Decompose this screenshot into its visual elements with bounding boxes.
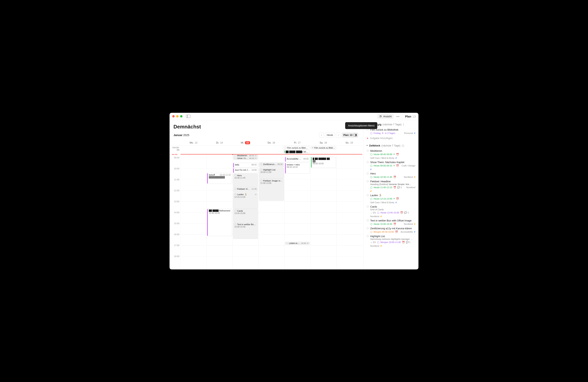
task-checkbox[interactable]	[234, 193, 236, 195]
hour-label: 11:00	[174, 178, 179, 181]
hour-label: 17:00	[174, 244, 179, 247]
task-item[interactable]: CardsGrid of Cards⌄ 0/1▢Heute 13:45-15:0…	[366, 204, 416, 218]
prev-week-button[interactable]: ‹	[319, 133, 324, 138]
task-title: Cards	[370, 205, 415, 208]
day-column-so[interactable]	[336, 154, 362, 269]
day-header-di[interactable]: Di. 14	[206, 141, 232, 144]
calendar-event[interactable]: ██ ████ Refinement13:30-16:00	[207, 209, 232, 236]
allday-event[interactable]: ██ ████ ████s bir…	[283, 150, 310, 153]
zoom-window[interactable]	[180, 115, 183, 117]
task-checkbox[interactable]	[367, 206, 369, 208]
calendar-event[interactable]: Cards13:45-15:00	[233, 209, 258, 223]
tag-hash-icon[interactable]: #	[414, 231, 415, 233]
calendar-event[interactable]: Meditieren08:45⟳	[233, 154, 258, 157]
task-checkbox[interactable]	[367, 161, 369, 163]
calendar-event[interactable]: review + retro09:32-10:32	[285, 163, 310, 174]
calendar-event[interactable]: kickoff10:15-11:15███████████	[207, 173, 232, 184]
task-checkbox[interactable]	[234, 210, 236, 212]
task-checkbox[interactable]	[234, 223, 236, 225]
task-item[interactable]: Highlight ListSammlung mehrere Highlight…	[366, 234, 416, 248]
section-header-timeblock[interactable]: Zeitblock (nächste 7 Tage) 11	[366, 144, 416, 147]
day-header-so[interactable]: So. 19	[336, 141, 362, 144]
task-checkbox[interactable]	[260, 180, 262, 182]
task-checkbox[interactable]	[284, 147, 286, 149]
plan-count-pill[interactable]: Plan: 13	[342, 133, 358, 138]
task-tag: Nordkind	[404, 223, 413, 225]
day-column-di[interactable]: kickoff10:15-11:15█████████████ ████ Ref…	[206, 154, 232, 269]
more-menu-button[interactable]: •••	[395, 114, 401, 119]
hour-label: 14:00	[174, 211, 179, 214]
event-title: Zertifizierung…	[263, 163, 276, 165]
calendar-event[interactable]: Text in weißer Box with Offset Image15:0…	[233, 222, 258, 239]
task-checkbox[interactable]	[367, 150, 369, 152]
task-item[interactable]: Zertifizierung a11y mit Karuna klären▢Mo…	[366, 226, 416, 234]
tag-hash-icon[interactable]: #	[380, 215, 382, 218]
calendar-event[interactable]: Zeiten eint…16:45⟳	[285, 242, 310, 245]
calendar-event[interactable]: Laufen 🏃⟳12:15-13:45	[233, 192, 258, 209]
day-header-mi[interactable]: Mi. 15	[232, 141, 258, 144]
task-item[interactable]: Hero▢Heute 10:30-11:45⏰Nordkind#	[366, 171, 416, 179]
task-item[interactable]: Laufen 🏃▢Heute 12:15-13:45⟳⏰Self Care / …	[366, 193, 416, 204]
task-checkbox[interactable]	[260, 169, 262, 171]
today-button[interactable]: Heute	[325, 133, 335, 138]
day-header-do[interactable]: Do. 16	[258, 141, 284, 144]
day-header-mo[interactable]: Mo. 13	[181, 141, 206, 144]
day-header-sa[interactable]: Sa. 18	[310, 141, 336, 144]
task-checkbox[interactable]	[234, 158, 236, 159]
day-column-do[interactable]: Zertifizierung…09:30Highlight List10:00-…	[258, 154, 284, 269]
calendar-event[interactable]: █ ██ █████ ████09:00-10:00	[311, 157, 336, 168]
task-item[interactable]: Text in weißer Box with Offset Image▢Heu…	[366, 218, 416, 226]
calendar-event[interactable]: Show The…09:00⟳	[233, 157, 258, 160]
tag-hash-icon[interactable]: #	[414, 223, 415, 225]
minimize-window[interactable]	[176, 115, 179, 117]
calendar-icon: ▢	[370, 164, 372, 167]
task-item[interactable]: Show Them: Nächstes Kapitel▢Heute 09:00-…	[366, 160, 416, 171]
next-week-button[interactable]: ›	[336, 133, 341, 138]
calendar-event[interactable]: Hero10:30-11:45	[233, 173, 258, 187]
day-column-mi[interactable]: Meditieren08:45⟳Show The…09:00⟳daily09:3…	[232, 154, 258, 269]
add-task-button[interactable]: + Aufgabe hinzufügen	[366, 135, 416, 141]
task-checkbox[interactable]	[367, 219, 369, 221]
allday-row: Ganztä- gig Film zurück zu Bibli… ██ ███…	[171, 146, 362, 154]
tag-hash-icon[interactable]: #	[414, 132, 415, 134]
svg-point-5	[380, 117, 380, 117]
day-column-mo[interactable]	[181, 154, 206, 269]
task-checkbox[interactable]	[367, 194, 369, 196]
event-time: 10:00	[252, 169, 256, 171]
allday-event[interactable]: Film zurück zu Bibli…	[283, 146, 310, 150]
task-checkbox[interactable]	[367, 180, 369, 182]
tag-hash-icon[interactable]: #	[370, 168, 371, 171]
task-checkbox[interactable]	[234, 174, 236, 176]
task-checkbox[interactable]	[367, 235, 369, 237]
calendar-event[interactable]: Fieldset: Head…11:45	[233, 187, 258, 192]
calendar-event[interactable]: Accessibility Cl…09:00	[285, 157, 310, 162]
task-checkbox[interactable]	[367, 172, 369, 174]
calendar-event[interactable]: Fieldset: Image or Slideshow11:00-13:00	[259, 179, 284, 201]
close-window[interactable]	[172, 115, 175, 117]
day-column-fr[interactable]: Accessibility Cl…09:00review + retro09:3…	[284, 154, 310, 269]
task-checkbox[interactable]	[286, 243, 288, 244]
calendar-event[interactable]: Highlight List10:00-11:00	[259, 168, 284, 179]
task-checkbox[interactable]	[367, 227, 369, 229]
tag-hash-icon[interactable]: #	[396, 157, 397, 159]
repeat-icon: ⟳	[255, 193, 256, 196]
tag-hash-icon[interactable]: #	[380, 245, 382, 247]
task-title: Laufen 🏃	[370, 194, 415, 197]
calendar-event[interactable]: Jour Fix mit Jo…10:00	[233, 168, 258, 173]
allday-event-recurring[interactable]: ⟳ Film zurück zu Bibli…	[311, 146, 336, 150]
task-checkbox[interactable]	[234, 155, 236, 156]
tag-hash-icon[interactable]: #	[370, 190, 371, 192]
task-item[interactable]: Fieldset: HeadlineHeading [Subline] Vari…	[366, 179, 416, 193]
day-header-fr[interactable]: Fr. 17	[284, 141, 310, 144]
calendar-event[interactable]: daily09:32	[233, 163, 258, 168]
tag-hash-icon[interactable]: #	[396, 201, 397, 204]
sidebar-toggle-icon[interactable]	[186, 115, 190, 118]
task-item[interactable]: Meditieren▢Heute 08:45-09:00⟳⏰Self Care …	[366, 149, 416, 160]
view-options-button[interactable]: Ansicht	[377, 114, 394, 119]
tag-hash-icon[interactable]: #	[414, 176, 415, 178]
event-title: █ ██ █████ ██	[313, 158, 334, 160]
day-column-sa[interactable]: █ ██ █████ ████09:00-10:00	[310, 154, 336, 269]
task-checkbox[interactable]	[234, 188, 236, 190]
task-checkbox[interactable]	[260, 163, 262, 165]
calendar-event[interactable]: Zertifizierung…09:30	[259, 162, 284, 167]
